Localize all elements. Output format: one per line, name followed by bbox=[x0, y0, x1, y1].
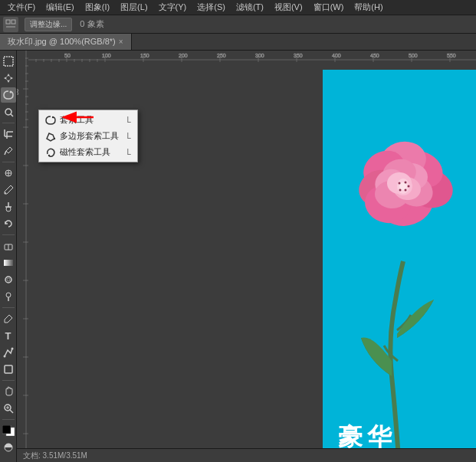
tool-separator-6 bbox=[2, 419, 15, 420]
magnetic-lasso-label: 磁性套索工具 bbox=[60, 146, 110, 158]
menu-layer[interactable]: 图层(L) bbox=[116, 0, 152, 15]
svg-text:500: 500 bbox=[409, 53, 418, 58]
tool-path-select[interactable] bbox=[1, 345, 16, 360]
svg-rect-20 bbox=[4, 260, 13, 266]
tool-lasso[interactable] bbox=[1, 87, 16, 103]
polygonal-lasso-label: 多边形套索工具 bbox=[60, 130, 119, 142]
context-menu-item-magnetic[interactable]: 磁性套索工具 L bbox=[39, 144, 137, 160]
tool-history-brush[interactable] bbox=[1, 216, 16, 231]
menu-window[interactable]: 窗口(W) bbox=[309, 0, 349, 15]
menu-image[interactable]: 图象(I) bbox=[80, 0, 114, 15]
tool-healing[interactable] bbox=[1, 165, 16, 181]
tool-eraser[interactable] bbox=[1, 238, 16, 254]
svg-rect-35 bbox=[2, 425, 11, 434]
zero-label: 0 象素 bbox=[80, 18, 103, 30]
lasso-shortcut: L bbox=[126, 116, 131, 124]
svg-point-115 bbox=[54, 137, 55, 139]
menu-select[interactable]: 选择(S) bbox=[192, 0, 230, 15]
svg-text:300: 300 bbox=[255, 53, 264, 58]
tool-eyedropper[interactable] bbox=[1, 143, 16, 159]
svg-point-107 bbox=[399, 182, 407, 190]
svg-point-114 bbox=[52, 116, 54, 117]
polygonal-lasso-icon bbox=[45, 131, 56, 142]
magnetic-shortcut: L bbox=[126, 148, 131, 156]
menu-edit[interactable]: 编辑(E) bbox=[41, 0, 79, 15]
svg-point-27 bbox=[11, 348, 13, 350]
menu-filter[interactable]: 滤镜(T) bbox=[231, 0, 268, 15]
svg-point-110 bbox=[408, 185, 410, 188]
svg-point-109 bbox=[405, 182, 407, 184]
svg-text:150: 150 bbox=[140, 53, 149, 58]
tool-blur[interactable] bbox=[1, 272, 16, 287]
svg-point-22 bbox=[7, 278, 10, 281]
menu-view[interactable]: 视图(V) bbox=[270, 0, 307, 15]
svg-text:200: 200 bbox=[179, 53, 188, 58]
svg-point-5 bbox=[9, 91, 11, 93]
svg-point-116 bbox=[48, 154, 50, 156]
quick-mask[interactable] bbox=[1, 440, 16, 455]
svg-point-112 bbox=[399, 189, 402, 192]
tool-move[interactable] bbox=[1, 70, 16, 86]
svg-point-21 bbox=[5, 277, 11, 283]
status-text: 文档: 3.51M/3.51M bbox=[23, 451, 87, 461]
svg-rect-90 bbox=[323, 70, 476, 460]
tool-type[interactable]: T bbox=[1, 328, 16, 343]
ruler-h-svg: 50 100 150 200 250 300 350 400 450 500 5… bbox=[28, 51, 476, 62]
svg-rect-3 bbox=[4, 57, 13, 66]
svg-rect-69 bbox=[17, 51, 28, 462]
menu-help[interactable]: 帮助(H) bbox=[350, 0, 387, 15]
red-arrow-indicator bbox=[59, 106, 97, 131]
tool-separator-3 bbox=[2, 234, 15, 235]
tab-bar: 玫水印.jpg @ 100%(RGB/8*) × bbox=[0, 34, 476, 51]
rose-illustration: 豪华 bbox=[323, 70, 476, 460]
canvas-area: 50 100 150 200 250 300 350 400 450 500 5… bbox=[17, 51, 476, 462]
foreground-color[interactable] bbox=[1, 423, 16, 438]
tool-gradient[interactable] bbox=[1, 255, 16, 270]
toolbar: T bbox=[0, 51, 17, 462]
svg-line-30 bbox=[10, 410, 13, 413]
tool-crop[interactable] bbox=[1, 126, 16, 142]
svg-rect-28 bbox=[5, 365, 12, 373]
tool-hand[interactable] bbox=[1, 384, 16, 399]
svg-point-23 bbox=[6, 293, 11, 297]
tool-pen[interactable] bbox=[1, 311, 16, 326]
tool-options-icon bbox=[3, 17, 18, 32]
svg-point-108 bbox=[399, 182, 401, 185]
tool-separator-2 bbox=[2, 162, 15, 162]
svg-point-26 bbox=[3, 356, 5, 358]
svg-text:250: 250 bbox=[217, 53, 226, 58]
menu-file[interactable]: 文件(F) bbox=[3, 0, 40, 15]
refine-button[interactable]: 调整边缘... bbox=[25, 18, 72, 31]
lasso-icon bbox=[45, 115, 56, 126]
tool-separator-1 bbox=[2, 123, 15, 123]
tool-zoom[interactable] bbox=[1, 401, 16, 416]
polygonal-shortcut: L bbox=[126, 132, 131, 140]
tool-clone-stamp[interactable] bbox=[1, 199, 16, 215]
tab-title: 玫水印.jpg @ 100%(RGB/8*) bbox=[8, 36, 116, 48]
ruler-v-svg: 50 bbox=[17, 51, 28, 462]
tool-marquee[interactable] bbox=[1, 54, 16, 69]
svg-point-17 bbox=[6, 207, 11, 211]
menu-text[interactable]: 文字(Y) bbox=[154, 0, 192, 15]
tool-separator-5 bbox=[2, 380, 15, 381]
svg-point-111 bbox=[405, 189, 407, 192]
options-bar: 调整边缘... 0 象素 bbox=[0, 15, 476, 34]
menu-bar: 文件(F) 编辑(E) 图象(I) 图层(L) 文字(Y) 选择(S) 滤镜(T… bbox=[0, 0, 476, 15]
tool-brush[interactable] bbox=[1, 182, 16, 198]
tool-separator-4 bbox=[2, 307, 15, 308]
svg-text:50: 50 bbox=[17, 89, 19, 95]
tab-close-button[interactable]: × bbox=[119, 38, 123, 46]
document-tab[interactable]: 玫水印.jpg @ 100%(RGB/8*) × bbox=[0, 34, 132, 50]
svg-text:100: 100 bbox=[102, 53, 111, 58]
tool-quick-select[interactable] bbox=[1, 104, 16, 120]
status-bar: 文档: 3.51M/3.51M bbox=[17, 448, 476, 462]
svg-text:450: 450 bbox=[370, 53, 379, 58]
svg-point-16 bbox=[5, 192, 6, 194]
svg-rect-0 bbox=[6, 20, 10, 24]
svg-marker-4 bbox=[4, 74, 13, 83]
ruler-horizontal: 50 100 150 200 250 300 350 400 450 500 5… bbox=[28, 51, 476, 62]
svg-rect-1 bbox=[11, 20, 15, 24]
svg-text:豪华: 豪华 bbox=[338, 423, 396, 451]
tool-dodge[interactable] bbox=[1, 289, 16, 304]
tool-shape[interactable] bbox=[1, 362, 16, 377]
